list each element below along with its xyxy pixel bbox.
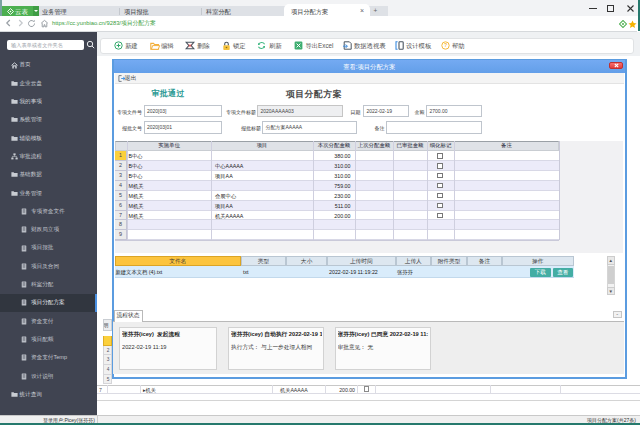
svg-text:?: ? — [444, 42, 447, 48]
